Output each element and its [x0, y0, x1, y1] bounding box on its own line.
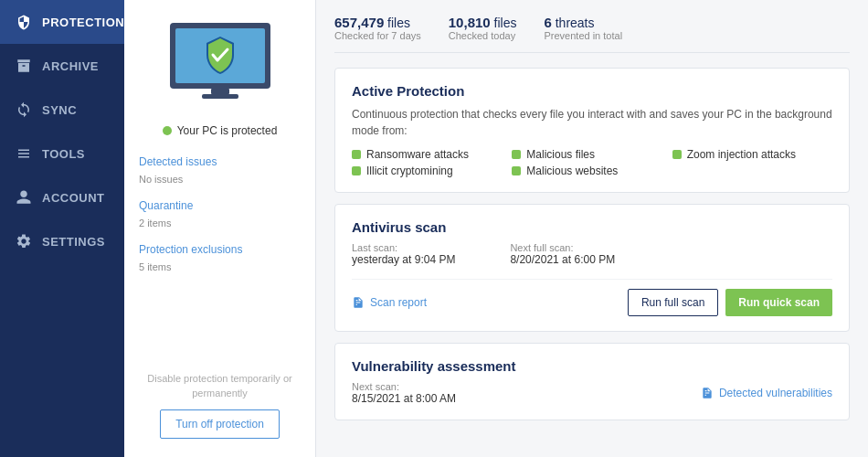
link-item-detected: Detected issues No issues	[139, 155, 301, 186]
active-protection-card: Active Protection Continuous protection …	[334, 68, 850, 193]
pc-illustration	[161, 18, 280, 110]
detected-vulnerabilities-icon	[701, 387, 714, 399]
sidebar-item-tools[interactable]: TOOLS	[0, 132, 124, 175]
sidebar-label-sync: SYNC	[42, 103, 77, 117]
feature-dot-zoom	[672, 150, 682, 159]
sidebar-item-settings[interactable]: SETTINGS	[0, 219, 124, 263]
disable-protection-text: Disable protection temporarily or perman…	[139, 372, 301, 400]
sidebar-label-archive: ARCHIVE	[42, 59, 99, 73]
vulnerability-title: Vulnerability assessment	[352, 358, 832, 374]
vulnerability-card: Vulnerability assessment Next scan: 8/15…	[334, 343, 850, 420]
report-icon	[352, 296, 365, 309]
stat-number-7days: 657,479 files	[334, 15, 421, 30]
sidebar-item-account[interactable]: ACCOUNT	[0, 175, 124, 219]
stat-files-today: 10,810 files Checked today	[449, 15, 517, 41]
center-panel: Your PC is protected Detected issues No …	[124, 0, 316, 457]
link-item-quarantine: Quarantine 2 items	[139, 199, 301, 230]
sidebar-item-sync[interactable]: SYNC	[0, 88, 124, 132]
active-protection-desc: Continuous protection that checks every …	[352, 106, 832, 139]
vulnerability-scan-info: Next scan: 8/15/2021 at 8:00 AM	[352, 381, 456, 405]
info-links: Detected issues No issues Quarantine 2 i…	[139, 155, 301, 287]
next-scan-label: Next full scan:	[510, 242, 615, 253]
sidebar-item-archive[interactable]: ARCHIVE	[0, 44, 124, 88]
feature-dot-cryptomining	[352, 166, 361, 175]
feature-cryptomining: Illicit cryptomining	[352, 165, 512, 177]
tools-icon	[15, 144, 33, 163]
antivirus-scan-card: Antivirus scan Last scan: yesterday at 9…	[334, 204, 850, 332]
stat-number-threats: 6 threats	[544, 15, 622, 30]
status-dot	[163, 126, 172, 135]
next-scan-value: 8/20/2021 at 6:00 PM	[510, 253, 615, 266]
main-content: Your PC is protected Detected issues No …	[124, 0, 868, 457]
stats-row: 657,479 files Checked for 7 days 10,810 …	[334, 15, 850, 53]
sync-icon	[15, 101, 33, 119]
stat-label-threats: Prevented in total	[544, 30, 622, 41]
stat-label-7days: Checked for 7 days	[334, 30, 421, 41]
sidebar-label-tools: TOOLS	[42, 147, 85, 161]
run-full-scan-button[interactable]: Run full scan	[628, 289, 718, 316]
exclusions-link[interactable]: Protection exclusions	[139, 243, 301, 256]
feature-malicious-websites: Malicious websites	[512, 165, 672, 177]
antivirus-scan-title: Antivirus scan	[352, 219, 832, 235]
features-grid: Ransomware attacks Malicious files Zoom …	[352, 148, 832, 177]
quarantine-link[interactable]: Quarantine	[139, 199, 301, 212]
sidebar-item-protection[interactable]: PROTECTION	[0, 0, 124, 44]
last-scan-value: yesterday at 9:04 PM	[352, 253, 455, 266]
turn-off-protection-button[interactable]: Turn off protection	[160, 409, 280, 439]
detected-vulnerabilities-link[interactable]: Detected vulnerabilities	[701, 387, 832, 399]
detected-vulnerabilities-text: Detected vulnerabilities	[719, 387, 832, 399]
scan-buttons: Run full scan Run quick scan	[628, 289, 832, 316]
sidebar: PROTECTION ARCHIVE SYNC TOOLS ACCOUNT SE…	[0, 0, 124, 457]
account-icon	[15, 188, 33, 207]
sidebar-label-settings: SETTINGS	[42, 235, 105, 249]
run-quick-scan-button[interactable]: Run quick scan	[725, 289, 832, 316]
stat-number-today: 10,810 files	[449, 15, 517, 30]
detected-issues-link[interactable]: Detected issues	[139, 155, 301, 168]
right-panel: 657,479 files Checked for 7 days 10,810 …	[316, 0, 868, 457]
scan-report-link[interactable]: Scan report	[352, 296, 427, 309]
feature-dot-malicious-websites	[512, 166, 521, 175]
sidebar-label-protection: PROTECTION	[42, 16, 124, 29]
stat-label-today: Checked today	[449, 30, 517, 41]
svg-rect-3	[202, 94, 238, 99]
scan-info-row: Last scan: yesterday at 9:04 PM Next ful…	[352, 242, 832, 266]
feature-ransomware: Ransomware attacks	[352, 148, 512, 161]
feature-dot-malicious-files	[512, 150, 521, 159]
next-scan-info: Next full scan: 8/20/2021 at 6:00 PM	[510, 242, 615, 266]
link-item-exclusions: Protection exclusions 5 items	[139, 243, 301, 274]
active-protection-title: Active Protection	[352, 83, 832, 99]
stat-threats: 6 threats Prevented in total	[544, 15, 622, 41]
feature-zoom: Zoom injection attacks	[672, 148, 832, 161]
shield-icon	[15, 13, 33, 31]
protection-status: Your PC is protected	[163, 124, 278, 137]
feature-dot-ransomware	[352, 150, 361, 159]
vulnerability-row: Next scan: 8/15/2021 at 8:00 AM Detected…	[352, 381, 832, 405]
settings-icon	[15, 232, 33, 250]
archive-icon	[15, 57, 33, 75]
sidebar-label-account: ACCOUNT	[42, 191, 105, 205]
scan-actions-row: Scan report Run full scan Run quick scan	[352, 279, 832, 316]
exclusions-sub: 5 items	[139, 261, 171, 272]
detected-issues-sub: No issues	[139, 174, 183, 185]
feature-malicious-files: Malicious files	[512, 148, 672, 161]
last-scan-label: Last scan:	[352, 242, 455, 253]
last-scan-info: Last scan: yesterday at 9:04 PM	[352, 242, 455, 266]
vuln-next-scan-value: 8/15/2021 at 8:00 AM	[352, 392, 456, 405]
vuln-next-scan-label: Next scan:	[352, 381, 456, 392]
stat-files-7days: 657,479 files Checked for 7 days	[334, 15, 421, 41]
scan-report-text: Scan report	[370, 296, 427, 309]
svg-rect-2	[211, 89, 229, 94]
status-text: Your PC is protected	[177, 124, 278, 137]
quarantine-sub: 2 items	[139, 218, 171, 228]
